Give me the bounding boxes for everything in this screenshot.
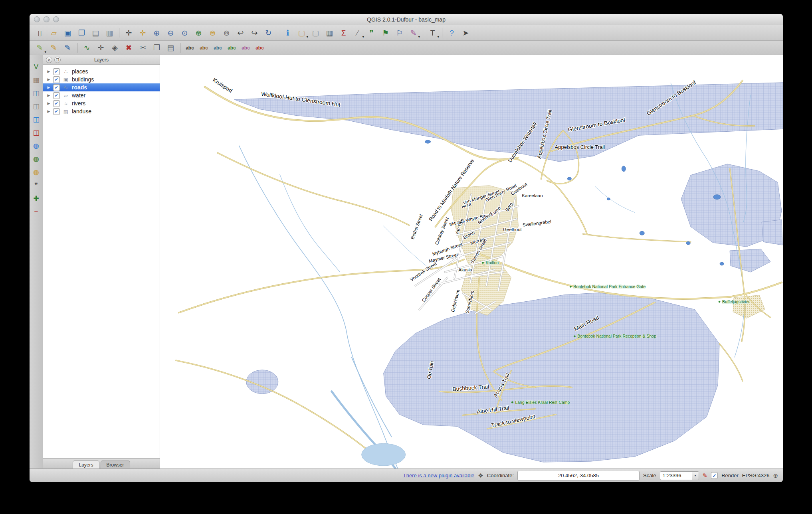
save-project-as-button[interactable]: ❐ [75, 27, 89, 39]
minimize-button[interactable] [44, 16, 50, 22]
scale-combo[interactable]: 1:23396 ▾ [660, 471, 699, 480]
pan-to-selection-button[interactable]: ✛ [136, 27, 150, 39]
composer-manager-button[interactable]: ▥ [103, 27, 117, 39]
open-project-button[interactable]: ▱ [47, 27, 61, 39]
add-raster-layer-button[interactable]: ▦ [31, 75, 42, 85]
annotation-button[interactable]: ✎▾ [406, 27, 420, 39]
cut-features-button[interactable]: ✂ [136, 42, 150, 54]
window-titlebar[interactable]: QGIS 2.0.1-Dufour - basic_map [30, 14, 783, 25]
map-area[interactable]: KruispadWolfkloof Hut to Glenstroom HutG… [160, 55, 783, 469]
deselect-features-button[interactable]: ▢ [309, 27, 323, 39]
new-bookmark-button[interactable]: ⚑ [378, 27, 392, 39]
add-wfs-layer-button[interactable]: ◍ [31, 167, 42, 177]
layer-row-water[interactable]: ▶✓▱water [43, 91, 160, 99]
zoom-to-selection-button[interactable]: ⊜ [206, 27, 220, 39]
identify-features-button[interactable]: ℹ [281, 27, 295, 39]
copy-features-button[interactable]: ❐ [150, 42, 164, 54]
zoom-out-icon: ⊖ [168, 29, 174, 37]
labeling-button[interactable]: T▾ [426, 27, 440, 39]
label-move-button[interactable]: abc [225, 42, 239, 54]
disclosure-arrow-icon[interactable]: ▶ [47, 77, 51, 81]
zoom-next-button[interactable]: ↪ [248, 27, 261, 39]
measure-button[interactable]: ∕▾ [351, 27, 364, 39]
zoom-in-button[interactable]: ⊕ [150, 27, 164, 39]
panel-detach-button[interactable]: ❐ [54, 57, 61, 63]
combo-arrow-icon[interactable]: ▾ [692, 472, 699, 480]
disclosure-arrow-icon[interactable]: ▶ [47, 69, 51, 73]
label-highlight-pinned-button[interactable]: abc [211, 42, 225, 54]
layer-labeling-options-button[interactable]: abc [183, 42, 197, 54]
zoom-out-button[interactable]: ⊖ [164, 27, 178, 39]
layer-visibility-checkbox[interactable]: ✓ [53, 84, 60, 91]
zoom-to-layer-button[interactable]: ⊚ [220, 27, 234, 39]
add-mssql-layer-button[interactable]: ◫ [31, 114, 42, 125]
layer-row-buildings[interactable]: ▶✓▣buildings [43, 75, 160, 83]
status-bar: There is a new plugin available ❖ Coordi… [30, 469, 783, 482]
add-delimited-text-layer-button[interactable]: ❞ [31, 180, 42, 190]
label-pin-unpin-button[interactable]: abc [197, 42, 211, 54]
paste-features-button[interactable]: ▤ [164, 42, 178, 54]
help-contents-button[interactable]: ? [445, 27, 459, 39]
label-change-properties-button[interactable]: abc [253, 42, 267, 54]
add-wms-layer-button[interactable]: ◍ [31, 140, 42, 151]
layer-row-landuse[interactable]: ▶✓▨landuse [43, 107, 160, 115]
whats-this-button[interactable]: ➤ [459, 27, 473, 39]
plugin-available-link[interactable]: There is a new plugin available [403, 472, 475, 478]
tab-browser[interactable]: Browser [101, 461, 130, 469]
save-project-button[interactable]: ▣ [61, 27, 75, 39]
current-edits-button[interactable]: ✎▾ [33, 42, 47, 54]
layer-visibility-checkbox[interactable]: ✓ [53, 68, 60, 75]
close-button[interactable] [34, 16, 40, 22]
map-label: Appelsbos Circle Trail [555, 144, 605, 150]
disclosure-arrow-icon[interactable]: ▶ [47, 109, 51, 113]
zoom-actual-button[interactable]: ⊙ [178, 27, 192, 39]
coordinate-input[interactable] [517, 471, 640, 480]
coordinate-label: Coordinate: [487, 472, 514, 478]
select-features-button[interactable]: ▢▾ [295, 27, 309, 39]
render-checkbox[interactable]: ✓ [711, 472, 718, 479]
map-label: Geelhout [503, 227, 522, 232]
map-refresh-button[interactable]: ↻ [261, 27, 275, 39]
add-spatialite-layer-button[interactable]: ◫ [31, 101, 42, 111]
add-postgis-layer-button[interactable]: ◫ [31, 88, 42, 98]
new-shapefile-layer-button[interactable]: ✚ [31, 193, 42, 204]
show-bookmarks-button[interactable]: ⚐ [392, 27, 406, 39]
pan-map-button[interactable]: ✛ [122, 27, 136, 39]
field-calculator-button[interactable]: Σ [337, 27, 351, 39]
disclosure-arrow-icon[interactable]: ▶ [47, 85, 51, 89]
layer-row-places[interactable]: ▶✓∴places [43, 67, 160, 75]
plugin-icon[interactable]: ❖ [478, 472, 483, 478]
layer-visibility-checkbox[interactable]: ✓ [53, 92, 60, 99]
zoom-button[interactable] [53, 16, 59, 22]
label-rotate-button[interactable]: abc [239, 42, 253, 54]
render-painter-icon[interactable]: ✎ [703, 472, 708, 478]
crs-status-icon[interactable]: ⊕ [773, 472, 778, 478]
zoom-full-button[interactable]: ⊛ [192, 27, 206, 39]
node-tool-button[interactable]: ◈ [108, 42, 122, 54]
add-vector-layer-button[interactable]: V [31, 61, 42, 72]
disclosure-arrow-icon[interactable]: ▶ [47, 101, 51, 105]
zoom-last-button[interactable]: ↩ [234, 27, 248, 39]
tab-layers[interactable]: Layers [73, 461, 99, 469]
toggle-editing-button[interactable]: ✎ [47, 42, 61, 54]
disclosure-arrow-icon[interactable]: ▶ [47, 93, 51, 97]
move-feature-button[interactable]: ✛ [94, 42, 108, 54]
open-attribute-table-button[interactable]: ▦ [323, 27, 337, 39]
layer-visibility-checkbox[interactable]: ✓ [53, 100, 60, 107]
map-tips-button[interactable]: ❞ [364, 27, 378, 39]
layers-panel-header[interactable]: ✕ ❐ Layers [43, 55, 160, 65]
remove-layer-group-button[interactable]: − [31, 206, 42, 217]
new-project-button[interactable]: ▯ [33, 27, 47, 39]
map-canvas[interactable]: KruispadWolfkloof Hut to Glenstroom HutG… [160, 55, 783, 469]
new-print-composer-button[interactable]: ▤ [89, 27, 103, 39]
save-layer-edits-button[interactable]: ✎ [61, 42, 75, 54]
layer-visibility-checkbox[interactable]: ✓ [53, 108, 60, 115]
layer-row-roads[interactable]: ▶✓∿roads [43, 83, 160, 91]
add-oracle-layer-button[interactable]: ◫ [31, 127, 42, 138]
add-wcs-layer-button[interactable]: ◍ [31, 154, 42, 164]
add-feature-button[interactable]: ∿ [80, 42, 94, 54]
layer-row-rivers[interactable]: ▶✓≈rivers [43, 99, 160, 107]
delete-selected-button[interactable]: ✖ [122, 42, 136, 54]
layer-visibility-checkbox[interactable]: ✓ [53, 76, 60, 83]
panel-close-button[interactable]: ✕ [46, 57, 52, 63]
